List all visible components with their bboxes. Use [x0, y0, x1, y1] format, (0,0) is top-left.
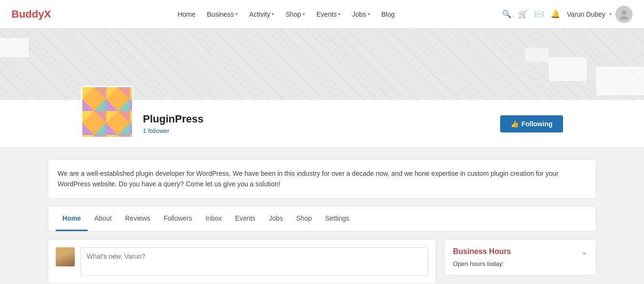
user-menu[interactable]: Varun Dubey ▾: [567, 6, 633, 23]
tab-settings[interactable]: Settings: [319, 207, 356, 231]
user-name: Varun Dubey: [567, 10, 605, 18]
brand-text-black: Buddy: [11, 8, 44, 20]
tab-events[interactable]: Events: [229, 207, 262, 231]
poster-avatar-image: [56, 247, 75, 266]
profile-info: PluginPress 1 follower: [143, 113, 500, 134]
brand-text-red: X: [44, 8, 51, 20]
navbar: BuddyX Home Business ▾ Activity ▾ Shop ▾…: [0, 0, 644, 29]
nav-item-jobs[interactable]: Jobs ▾: [347, 8, 375, 21]
nav-item-shop[interactable]: Shop ▾: [281, 8, 310, 21]
nav-item-events[interactable]: Events ▾: [312, 8, 345, 21]
notification-icon[interactable]: 🔔: [551, 10, 560, 19]
mail-icon[interactable]: ✉️: [534, 10, 544, 19]
chevron-down-icon: ▾: [302, 11, 305, 17]
svg-point-0: [622, 10, 626, 15]
two-col-layout: i Sorry, there was no activity found. Pl…: [48, 239, 596, 284]
user-chevron-icon: ▾: [609, 11, 612, 17]
nav-label-home: Home: [178, 10, 195, 18]
cart-icon[interactable]: 🛒: [518, 10, 528, 19]
nav-menu: Home Business ▾ Activity ▾ Shop ▾ Events…: [70, 8, 502, 21]
tab-about[interactable]: About: [88, 207, 119, 231]
chevron-down-icon: ▾: [368, 11, 370, 17]
tab-inbox[interactable]: Inbox: [199, 207, 228, 231]
main-content: We are a well-established plugin develop…: [36, 159, 608, 284]
open-hours-label: Open hours today:: [453, 260, 587, 267]
thumbs-up-icon: 👍: [511, 120, 519, 128]
business-hours-chevron-icon[interactable]: ⌄: [581, 247, 587, 256]
tab-followers[interactable]: Followers: [157, 207, 199, 231]
navbar-icons: 🔍 🛒 ✉️ 🔔 Varun Dubey ▾: [502, 6, 633, 23]
description-box: We are a well-established plugin develop…: [48, 159, 596, 199]
nav-item-home[interactable]: Home: [173, 8, 200, 21]
nav-item-activity[interactable]: Activity ▾: [244, 8, 279, 21]
profile-section: PluginPress 1 follower 👍 Following: [0, 100, 644, 148]
nav-label-blog: Blog: [382, 10, 395, 18]
nav-label-shop: Shop: [285, 10, 301, 18]
tab-home[interactable]: Home: [56, 207, 88, 231]
nav-item-blog[interactable]: Blog: [377, 8, 400, 21]
nav-item-business[interactable]: Business ▾: [202, 8, 242, 21]
tab-reviews[interactable]: Reviews: [119, 207, 157, 231]
side-column: Business Hours ⌄ Open hours today:: [444, 239, 596, 284]
description-text: We are a well-established plugin develop…: [58, 170, 558, 188]
profile-followers[interactable]: 1 follower: [143, 127, 500, 134]
nav-label-events: Events: [316, 10, 337, 18]
svg-point-1: [620, 16, 628, 20]
cover-deco-1: [0, 38, 29, 57]
chevron-down-icon: ▾: [272, 11, 274, 17]
tabs-bar: Home About Reviews Followers Inbox Event…: [48, 206, 596, 232]
profile-avatar: [81, 86, 133, 138]
chevron-down-icon: ▾: [338, 11, 341, 17]
following-button[interactable]: 👍 Following: [500, 115, 563, 132]
tab-jobs[interactable]: Jobs: [262, 207, 290, 231]
brand-logo[interactable]: BuddyX: [11, 8, 51, 20]
new-post-input[interactable]: [80, 247, 428, 276]
cover-deco-4: [525, 48, 549, 62]
cover-deco-2: [549, 57, 587, 81]
tab-shop[interactable]: Shop: [290, 207, 319, 231]
following-label: Following: [522, 120, 553, 128]
poster-avatar: [56, 247, 75, 266]
new-post-box: [48, 239, 436, 284]
cover-deco-3: [596, 67, 644, 95]
main-column: i Sorry, there was no activity found. Pl…: [48, 239, 436, 284]
avatar-art: [82, 87, 132, 137]
nav-label-business: Business: [207, 10, 234, 18]
business-hours-box: Business Hours ⌄ Open hours today:: [444, 239, 596, 275]
nav-label-activity: Activity: [249, 10, 270, 18]
business-hours-title: Business Hours: [453, 247, 511, 256]
user-avatar: [615, 6, 633, 23]
business-hours-header: Business Hours ⌄: [453, 247, 587, 256]
nav-label-jobs: Jobs: [352, 10, 366, 18]
search-icon[interactable]: 🔍: [502, 10, 512, 19]
chevron-down-icon: ▾: [235, 11, 238, 17]
profile-name: PluginPress: [143, 113, 500, 125]
